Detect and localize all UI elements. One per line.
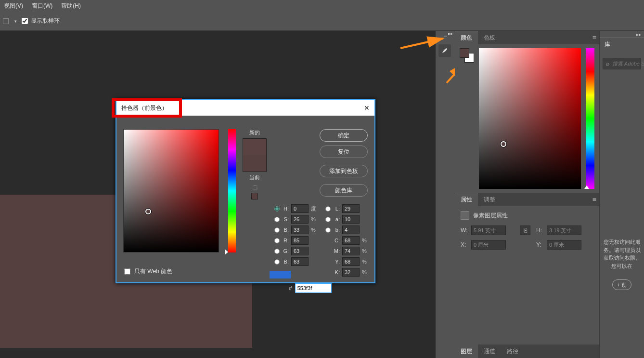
radio-lb[interactable]: [325, 227, 331, 233]
lb-label: b:: [333, 227, 340, 233]
library-access-msg: 您无权访问此服务。请与理员以获取访问权限。您可以在: [600, 238, 644, 270]
x-label: X:: [461, 241, 469, 248]
k-label: K:: [333, 269, 340, 275]
w-input[interactable]: [471, 225, 506, 235]
pixel-layer-icon: [461, 211, 469, 220]
dialog-titlebar[interactable]: 拾色器（前景色） ✕: [116, 100, 374, 116]
g-input[interactable]: [291, 247, 309, 255]
radio-s[interactable]: [274, 217, 280, 222]
sample-ring-checkbox[interactable]: 显示取样环: [22, 17, 60, 25]
current-label: 当前: [249, 174, 260, 181]
library-search-input[interactable]: [612, 61, 644, 66]
tab-paths[interactable]: 路径: [501, 345, 524, 358]
yk-input[interactable]: [342, 257, 360, 266]
m-unit: %: [362, 248, 368, 254]
radio-r[interactable]: [274, 238, 280, 243]
link-wh-icon[interactable]: ⎘: [520, 225, 530, 235]
panel-menu-icon[interactable]: ≡: [592, 34, 596, 41]
l-input[interactable]: [342, 204, 360, 213]
tab-libraries[interactable]: 库: [600, 38, 644, 51]
fg-swatch[interactable]: [460, 48, 469, 58]
tab-properties[interactable]: 属性: [455, 193, 478, 206]
menu-window[interactable]: 窗口(W): [32, 2, 52, 10]
lb-input[interactable]: [342, 225, 360, 234]
properties-panel-tabs: 属性 调整 ≡: [455, 193, 599, 206]
b-input[interactable]: [291, 225, 309, 234]
color-picker-dialog: 拾色器（前景色） ✕ 新的 当前 ⬚ 确定 复位 添加到色板: [116, 99, 375, 283]
panel-menu-icon[interactable]: ≡: [592, 196, 596, 203]
radio-h[interactable]: [274, 206, 280, 212]
tab-layers[interactable]: 图层: [455, 345, 478, 358]
s-input[interactable]: [291, 215, 309, 224]
brush-panel-icon[interactable]: [438, 44, 451, 57]
radio-b[interactable]: [274, 227, 280, 233]
hex-selection-overlay: [270, 271, 291, 278]
hex-hash: #: [289, 285, 292, 292]
tab-channels[interactable]: 通道: [478, 345, 501, 358]
k-input[interactable]: [342, 268, 360, 277]
tab-color[interactable]: 颜色: [455, 31, 478, 44]
saturation-cursor[interactable]: [145, 209, 151, 214]
library-add-button[interactable]: + 创: [612, 279, 631, 290]
bb-label: B:: [282, 259, 289, 265]
b-unit: %: [311, 227, 317, 233]
close-icon[interactable]: ✕: [364, 104, 370, 112]
hex-input[interactable]: [295, 283, 332, 293]
nearest-color-swatch[interactable]: [251, 193, 258, 199]
g-label: G:: [282, 248, 289, 254]
dock-grip[interactable]: ┄: [436, 33, 455, 40]
color-libraries-button[interactable]: 颜色库: [320, 184, 368, 197]
c-input[interactable]: [342, 236, 360, 245]
yk-label: Y:: [333, 259, 340, 265]
sample-ring-check[interactable]: [22, 18, 28, 24]
menu-view[interactable]: 视图(V): [4, 2, 23, 10]
tool-preset-drop[interactable]: [3, 18, 9, 24]
hue-column[interactable]: [227, 129, 235, 252]
hue-slider-arrow[interactable]: [225, 250, 228, 254]
m-input[interactable]: [342, 247, 360, 255]
k-unit: %: [362, 269, 368, 275]
radio-bb[interactable]: [274, 259, 280, 265]
x-input[interactable]: [471, 240, 506, 250]
radio-g[interactable]: [274, 249, 280, 254]
a-input[interactable]: [342, 215, 360, 224]
h-unit: 度: [311, 205, 317, 212]
web-only-check[interactable]: [124, 268, 130, 275]
c-label: C:: [333, 238, 340, 243]
new-current-swatch: [243, 138, 267, 172]
color-field[interactable]: [479, 48, 581, 189]
sample-ring-label: 显示取样环: [31, 17, 60, 25]
menu-bar: 视图(V) 窗口(W) 帮助(H): [0, 0, 644, 12]
collapse-dock-icon[interactable]: ▸▸: [636, 32, 641, 37]
layers-panel-tabs: 图层 通道 路径: [455, 345, 599, 358]
dock-gutter: ▸▸ ┄: [436, 31, 455, 358]
radio-a[interactable]: [325, 217, 331, 222]
y-label: Y:: [536, 241, 545, 248]
s-label: S:: [282, 216, 289, 222]
fg-bg-swatch[interactable]: [460, 48, 474, 63]
h-input[interactable]: [547, 225, 581, 235]
menu-help[interactable]: 帮助(H): [61, 2, 81, 10]
dialog-title: 拾色器（前景色）: [121, 104, 167, 112]
hue-slider[interactable]: [584, 186, 589, 189]
web-only-label: 只有 Web 颜色: [134, 267, 172, 276]
tab-swatches[interactable]: 色板: [478, 31, 501, 44]
h-input[interactable]: [291, 204, 309, 213]
right-panels: 颜色 色板 ≡ 属性 调整 ≡ 像素图层属性 W: ⎘ H:: [455, 31, 599, 358]
r-input[interactable]: [291, 236, 309, 245]
saturation-field[interactable]: [123, 129, 219, 252]
y-input[interactable]: [547, 240, 581, 250]
radio-l[interactable]: [325, 206, 331, 212]
s-unit: %: [311, 216, 317, 222]
tab-adjustments[interactable]: 调整: [478, 193, 501, 206]
hue-strip[interactable]: [586, 48, 594, 189]
add-to-swatches-button[interactable]: 添加到色板: [320, 165, 368, 177]
gamut-warn-icon[interactable]: ⬚: [252, 184, 258, 191]
color-cursor[interactable]: [501, 141, 506, 147]
reset-button[interactable]: 复位: [320, 146, 368, 158]
web-only-checkbox[interactable]: 只有 Web 颜色: [124, 267, 172, 276]
library-search[interactable]: ⌕: [603, 58, 641, 69]
current-color: [243, 155, 266, 172]
bb-input[interactable]: [291, 257, 309, 266]
ok-button[interactable]: 确定: [320, 129, 368, 142]
